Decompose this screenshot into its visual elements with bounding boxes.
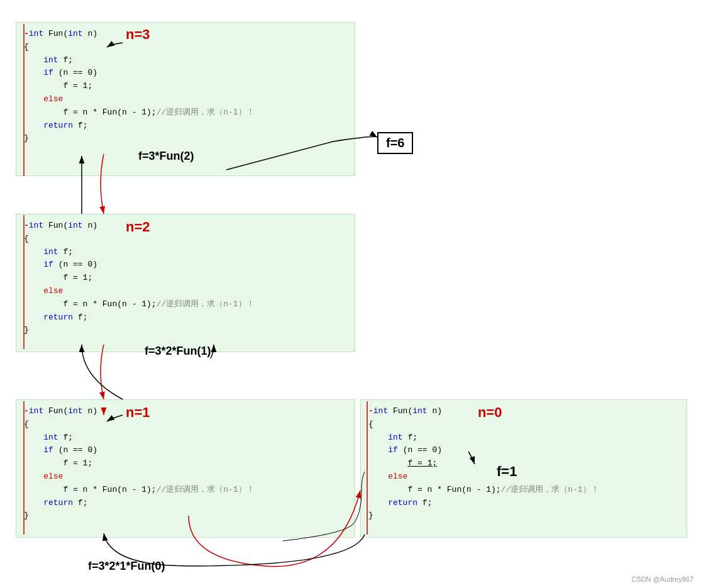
code-block-n1: -int Fun(int n) { int f; if (n == 0) f =… — [16, 399, 355, 538]
code-block-n2: -int Fun(int n) { int f; if (n == 0) f =… — [16, 214, 355, 352]
main-area: -int Fun(int n) { int f; if (n == 0) f =… — [0, 0, 701, 588]
f1-annotation: f=1 — [497, 463, 517, 480]
csdn-watermark: CSDN @Audrey867 — [631, 575, 693, 583]
f6-result: f=6 — [377, 132, 413, 154]
n1-label: n=1 — [126, 404, 150, 421]
n3-label: n=3 — [126, 26, 150, 43]
f32fun1-annotation: f=3*2*Fun(1) — [145, 345, 211, 358]
f321fun0-annotation: f=3*2*1*Fun(0) — [88, 560, 165, 573]
code-block-n0: -int Fun(int n) { int f; if (n == 0) f =… — [360, 399, 687, 538]
f3fun2-annotation: f=3*Fun(2) — [138, 150, 194, 163]
n2-label: n=2 — [126, 219, 150, 235]
n0-label: n=0 — [478, 404, 502, 421]
